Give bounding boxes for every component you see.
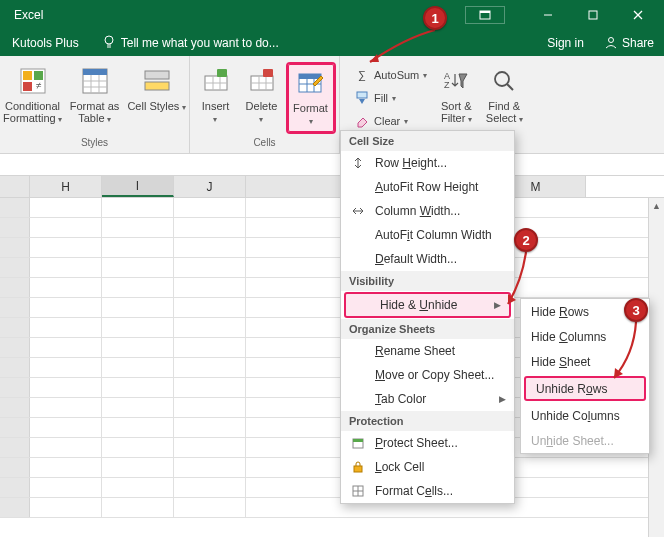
menu-hide-unhide[interactable]: Hide & Unhide ▶ xyxy=(344,292,511,318)
insert-cells-icon xyxy=(200,64,232,98)
svg-rect-34 xyxy=(299,74,321,79)
menu-tab-color[interactable]: Tab Color ▶ xyxy=(341,387,514,411)
row-height-icon xyxy=(349,156,367,170)
protect-sheet-icon xyxy=(349,436,367,450)
ribbon-display-options-icon[interactable] xyxy=(465,6,505,24)
tab-kutools-plus[interactable]: Kutools Plus xyxy=(0,30,91,56)
submenu-hide-columns[interactable]: Hide Columns xyxy=(521,324,649,349)
person-icon xyxy=(604,35,618,52)
submenu-unhide-sheet: Unhide Sheet... xyxy=(521,428,649,453)
svg-rect-21 xyxy=(145,71,169,79)
autosum-button[interactable]: ∑ AutoSum ▾ xyxy=(350,64,431,86)
app-title: Excel xyxy=(14,8,43,22)
fill-button[interactable]: Fill ▾ xyxy=(350,87,431,109)
svg-rect-12 xyxy=(34,71,43,80)
menu-autofit-row[interactable]: AutoFit Row Height xyxy=(341,175,514,199)
conditional-formatting-icon: ≠ xyxy=(17,64,49,98)
tell-me-search[interactable]: Tell me what you want to do... xyxy=(91,35,538,52)
format-cells-icon xyxy=(295,66,327,100)
conditional-formatting-button[interactable]: ≠ Conditional Formatting ▾ xyxy=(3,62,63,134)
submenu-hide-sheet[interactable]: Hide Sheet xyxy=(521,349,649,374)
menu-autofit-column[interactable]: AutoFit Column Width xyxy=(341,223,514,247)
format-dropdown-menu: Cell Size Row Height... AutoFit Row Heig… xyxy=(340,130,515,504)
menu-rename-sheet[interactable]: Rename Sheet xyxy=(341,339,514,363)
submenu-arrow-icon: ▶ xyxy=(499,394,506,404)
submenu-arrow-icon: ▶ xyxy=(494,300,501,310)
svg-rect-27 xyxy=(217,69,227,77)
ribbon: ≠ Conditional Formatting ▾ Format as Tab… xyxy=(0,56,664,154)
menu-section-organize: Organize Sheets xyxy=(341,319,514,339)
col-header[interactable]: J xyxy=(174,176,246,197)
close-button[interactable] xyxy=(615,0,660,30)
menu-protect-sheet[interactable]: Protect Sheet... xyxy=(341,431,514,455)
insert-cells-button[interactable]: Insert▾ xyxy=(194,62,238,134)
svg-point-41 xyxy=(495,72,509,86)
styles-group-label: Styles xyxy=(81,135,108,151)
column-width-icon xyxy=(349,204,367,218)
fill-down-icon xyxy=(354,90,370,106)
svg-line-42 xyxy=(507,84,513,90)
svg-rect-38 xyxy=(357,92,367,98)
svg-rect-3 xyxy=(589,11,597,19)
annotation-1: 1 xyxy=(423,6,447,30)
svg-rect-13 xyxy=(23,82,32,91)
format-cells-button[interactable]: Format▾ xyxy=(286,62,336,134)
scroll-up-icon[interactable]: ▲ xyxy=(649,198,664,214)
clear-button[interactable]: Clear ▾ xyxy=(350,110,431,132)
find-select-button[interactable]: Find & Select ▾ xyxy=(481,62,527,134)
eraser-icon xyxy=(354,113,370,129)
tell-me-text: Tell me what you want to do... xyxy=(121,36,279,50)
svg-rect-1 xyxy=(480,11,490,13)
sigma-icon: ∑ xyxy=(354,67,370,83)
menu-row-height[interactable]: Row Height... xyxy=(341,151,514,175)
svg-rect-11 xyxy=(23,71,32,80)
col-header[interactable]: H xyxy=(30,176,102,197)
minimize-button[interactable] xyxy=(525,0,570,30)
maximize-button[interactable] xyxy=(570,0,615,30)
menu-lock-cell[interactable]: Lock Cell xyxy=(341,455,514,479)
cell-styles-icon xyxy=(141,64,173,98)
submenu-unhide-rows[interactable]: Unhide Rows xyxy=(524,376,646,401)
format-cells-menu-icon xyxy=(349,484,367,498)
submenu-unhide-columns[interactable]: Unhide Columns xyxy=(521,403,649,428)
select-all-corner[interactable] xyxy=(0,176,30,197)
svg-rect-47 xyxy=(354,466,362,472)
delete-cells-button[interactable]: Delete▾ xyxy=(240,62,284,134)
svg-point-6 xyxy=(105,36,113,44)
lock-icon xyxy=(349,460,367,474)
lightbulb-icon xyxy=(103,35,115,52)
sign-in-link[interactable]: Sign in xyxy=(537,36,594,50)
menu-column-width[interactable]: Column Width... xyxy=(341,199,514,223)
sort-filter-button[interactable]: AZ Sort & Filter ▾ xyxy=(433,62,479,134)
cell-styles-button[interactable]: Cell Styles ▾ xyxy=(127,62,187,134)
menu-move-copy-sheet[interactable]: Move or Copy Sheet... xyxy=(341,363,514,387)
sort-filter-icon: AZ xyxy=(440,64,472,98)
menu-default-width[interactable]: Default Width... xyxy=(341,247,514,271)
menu-section-cell-size: Cell Size xyxy=(341,131,514,151)
svg-text:Z: Z xyxy=(444,80,450,90)
ribbon-tabs: Kutools Plus Tell me what you want to do… xyxy=(0,30,664,56)
share-button[interactable]: Share xyxy=(594,35,664,52)
svg-point-9 xyxy=(608,37,613,42)
menu-section-protection: Protection xyxy=(341,411,514,431)
menu-section-visibility: Visibility xyxy=(341,271,514,291)
share-label: Share xyxy=(622,36,654,50)
svg-rect-16 xyxy=(83,69,107,75)
annotation-3: 3 xyxy=(624,298,648,322)
svg-text:≠: ≠ xyxy=(36,80,42,91)
col-header[interactable]: I xyxy=(102,176,174,197)
svg-rect-46 xyxy=(353,439,363,442)
vertical-scrollbar[interactable]: ▲ xyxy=(648,198,664,537)
format-as-table-icon xyxy=(79,64,111,98)
svg-rect-22 xyxy=(145,82,169,90)
magnifier-icon xyxy=(488,64,520,98)
menu-format-cells[interactable]: Format Cells... xyxy=(341,479,514,503)
delete-cells-icon xyxy=(246,64,278,98)
title-bar: Excel xyxy=(0,0,664,30)
svg-rect-32 xyxy=(263,69,273,77)
annotation-2: 2 xyxy=(514,228,538,252)
format-as-table-button[interactable]: Format as Table ▾ xyxy=(65,62,125,134)
cells-group-label: Cells xyxy=(253,135,275,151)
formula-bar[interactable] xyxy=(0,154,664,176)
